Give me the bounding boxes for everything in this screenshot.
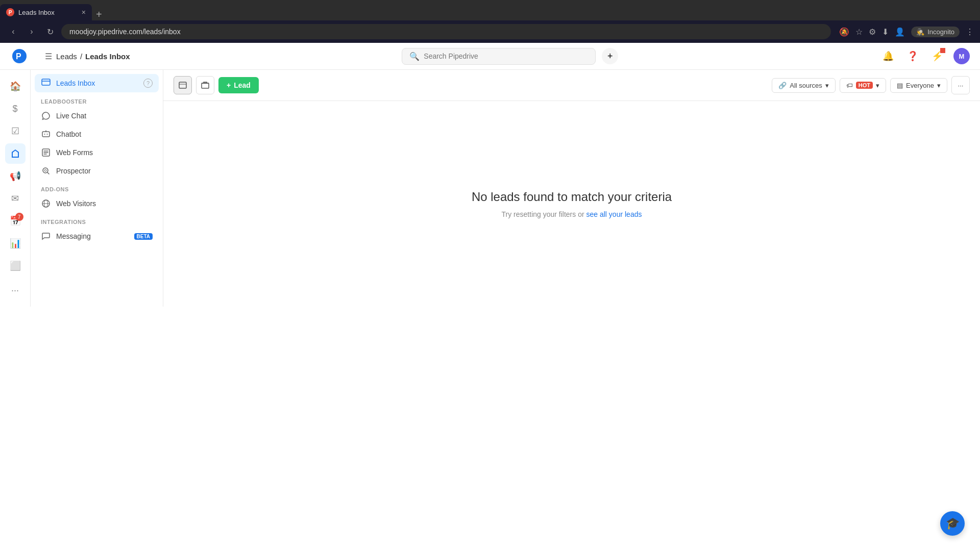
new-tab-button[interactable]: + [96, 9, 102, 20]
browser-chrome: P Leads Inbox × + ‹ › ↻ 🔕 ☆ ⚙ ⬇ 👤 🕵 Inco… [0, 0, 980, 43]
sidebar: Leads Inbox ? LEADBOOSTER Live Chat [31, 70, 163, 307]
empty-state-subtitle: Try resetting your filters or see all yo… [502, 210, 642, 218]
browser-actions: 🔕 ☆ ⚙ ⬇ 👤 🕵 Incognito ⋮ [839, 27, 974, 37]
sidebar-item-messaging[interactable]: Messaging BETA [35, 227, 159, 245]
messaging-beta-badge: BETA [134, 233, 153, 240]
nav-icon-leads[interactable] [5, 143, 26, 164]
tab-favicon: P [6, 8, 14, 16]
sidebar-nav: Leads Inbox ? LEADBOOSTER Live Chat [31, 70, 163, 249]
incognito-icon: 🕵 [916, 28, 924, 36]
nav-icon-campaigns[interactable]: 📢 [5, 166, 26, 186]
web-forms-icon [41, 147, 51, 158]
nav-icon-mail[interactable]: ✉ [5, 188, 26, 209]
header-actions: 🔔 ❓ ⚡ M [880, 48, 970, 64]
sidebar-item-live-chat-label: Live Chat [56, 112, 153, 120]
browser-controls: ‹ › ↻ 🔕 ☆ ⚙ ⬇ 👤 🕵 Incognito ⋮ [0, 20, 980, 43]
tab-close-button[interactable]: × [82, 8, 86, 16]
search-bar[interactable]: 🔍 [402, 48, 596, 65]
incognito-label: Incognito [927, 28, 954, 36]
sources-chevron: ▾ [825, 82, 829, 89]
nav-icon-reports[interactable]: 📊 [5, 233, 26, 254]
breadcrumb-current: Leads Inbox [85, 52, 130, 61]
sidebar-item-prospector-label: Prospector [56, 167, 153, 175]
app-header: P ☰ Leads / Leads Inbox 🔍 + 🔔 ❓ ⚡ M [0, 43, 980, 70]
nav-icon-home[interactable]: 🏠 [5, 76, 26, 96]
breadcrumb-area: ☰ Leads / Leads Inbox [35, 52, 140, 61]
nav-more-button[interactable]: ··· [5, 280, 26, 300]
hot-badge: HOT [856, 82, 873, 89]
empty-state: No leads found to match your criteria Tr… [163, 101, 980, 307]
integrations-section-label: INTEGRATIONS [35, 213, 159, 227]
empty-state-title: No leads found to match your criteria [472, 190, 672, 204]
see-all-leads-link[interactable]: see all your leads [586, 210, 642, 218]
empty-subtitle-text: Try resetting your filters or [502, 210, 586, 218]
breadcrumb-parent[interactable]: Leads [56, 52, 77, 61]
forward-button[interactable]: › [24, 24, 39, 39]
address-bar[interactable] [61, 24, 831, 39]
breadcrumb-separator: / [80, 52, 82, 61]
bookmark-icon[interactable]: ☆ [855, 27, 863, 37]
nav-icon-box[interactable]: ⬜ [5, 256, 26, 276]
refresh-button[interactable]: ↻ [43, 24, 57, 39]
leadbooster-section-label: LEADBOOSTER [35, 92, 159, 107]
sidebar-item-prospector[interactable]: Prospector [35, 162, 159, 180]
left-nav: 🏠 $ ☑ 📢 ✉ 📅 7 📊 ⬜ ··· [0, 70, 31, 307]
svg-rect-2 [42, 79, 50, 85]
main-content: + Lead 🔗 All sources ▾ 🏷 HOT ▾ ▤ Everyon… [163, 70, 980, 307]
tab-title: Leads Inbox [18, 9, 78, 16]
back-button[interactable]: ‹ [6, 24, 20, 39]
nav-icon-deals[interactable]: $ [5, 98, 26, 119]
sources-filter-button[interactable]: 🔗 All sources ▾ [772, 78, 836, 93]
list-view-button[interactable] [174, 76, 192, 94]
menu-icon[interactable]: ⋮ [966, 27, 974, 37]
hot-filter-button[interactable]: 🏷 HOT ▾ [840, 78, 886, 93]
breadcrumb: Leads / Leads Inbox [56, 52, 130, 61]
everyone-chevron: ▾ [937, 82, 941, 89]
help-button[interactable]: ❓ [904, 48, 921, 64]
sidebar-item-leads-inbox[interactable]: Leads Inbox ? [35, 74, 159, 92]
calendar-badge: 7 [15, 213, 23, 221]
user-avatar[interactable]: M [953, 48, 970, 64]
add-lead-button[interactable]: + Lead [218, 77, 259, 93]
svg-rect-11 [179, 82, 186, 88]
active-tab[interactable]: P Leads Inbox × [0, 4, 92, 20]
sidebar-item-web-visitors[interactable]: Web Visitors [35, 194, 159, 213]
label-icon: 🏷 [846, 82, 853, 89]
everyone-filter-button[interactable]: ▤ Everyone ▾ [890, 78, 947, 93]
eye-off-icon[interactable]: 🔕 [839, 27, 849, 37]
search-icon: 🔍 [409, 52, 420, 61]
notifications-button[interactable]: 🔔 [880, 48, 896, 64]
profile-icon[interactable]: 👤 [895, 27, 905, 37]
add-lead-plus: + [227, 81, 231, 89]
sidebar-item-web-visitors-label: Web Visitors [56, 199, 153, 208]
filter-icon: ▤ [897, 82, 903, 89]
sidebar-toggle[interactable]: ☰ [45, 52, 52, 61]
sidebar-item-chatbot[interactable]: Chatbot [35, 125, 159, 143]
upgrade-badge [940, 48, 945, 53]
search-input[interactable] [424, 52, 588, 60]
more-options-button[interactable]: ··· [951, 76, 970, 94]
archive-view-button[interactable] [196, 76, 214, 94]
nav-icon-calendar[interactable]: 📅 7 [5, 211, 26, 231]
sidebar-item-web-forms[interactable]: Web Forms [35, 143, 159, 162]
everyone-label: Everyone [906, 82, 934, 89]
live-chat-icon [41, 111, 51, 121]
upgrade-button[interactable]: ⚡ [929, 48, 945, 64]
nav-icon-activities[interactable]: ☑ [5, 121, 26, 141]
prospector-icon [41, 166, 51, 176]
sidebar-item-live-chat[interactable]: Live Chat [35, 107, 159, 125]
floating-help-button[interactable]: 🎓 [940, 511, 965, 536]
svg-point-4 [44, 134, 45, 135]
add-lead-label: Lead [234, 81, 251, 89]
extensions-icon[interactable]: ⚙ [869, 27, 876, 37]
svg-rect-3 [42, 132, 50, 137]
incognito-badge: 🕵 Incognito [911, 27, 960, 37]
pipedrive-logo[interactable]: P [10, 47, 29, 65]
sidebar-item-leads-inbox-label: Leads Inbox [56, 79, 138, 87]
page-content: 🏠 $ ☑ 📢 ✉ 📅 7 📊 ⬜ ··· [0, 70, 980, 307]
download-icon[interactable]: ⬇ [882, 27, 889, 37]
hot-chevron: ▾ [876, 82, 879, 89]
sidebar-help-button[interactable]: ? [143, 79, 153, 88]
chatbot-icon [41, 129, 51, 139]
add-button[interactable]: + [602, 48, 618, 64]
